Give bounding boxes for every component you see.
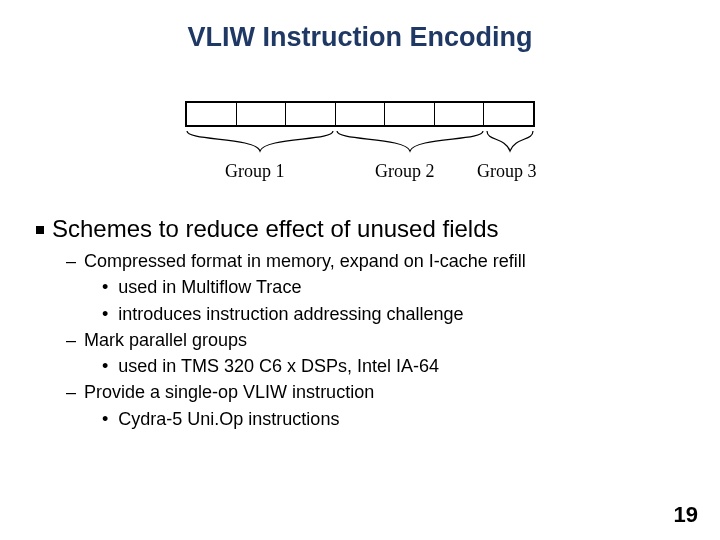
slide-title: VLIW Instruction Encoding	[0, 22, 720, 53]
group-label-3: Group 3	[477, 161, 537, 182]
schemes-header: Schemes to reduce effect of unused field…	[36, 215, 684, 243]
brace-row	[185, 129, 535, 157]
scheme-item: – Mark parallel groups	[66, 328, 684, 352]
scheme-bullet: • Cydra-5 Uni.Op instructions	[102, 407, 684, 431]
instruction-cell	[336, 103, 386, 125]
dot-bullet-icon: •	[102, 275, 108, 299]
encoding-diagram: Group 1 Group 2 Group 3	[185, 101, 535, 185]
scheme-bullet: • used in TMS 320 C6 x DSPs, Intel IA-64	[102, 354, 684, 378]
schemes-list: – Compressed format in memory, expand on…	[66, 249, 684, 431]
group-label-1: Group 1	[225, 161, 285, 182]
scheme-item-text: Provide a single-op VLIW instruction	[84, 380, 374, 404]
dot-bullet-icon: •	[102, 407, 108, 431]
scheme-bullet-text: used in Multiflow Trace	[118, 275, 301, 299]
dash-bullet-icon: –	[66, 249, 76, 273]
instruction-box-row	[185, 101, 535, 127]
schemes-header-text: Schemes to reduce effect of unused field…	[52, 215, 499, 243]
dash-bullet-icon: –	[66, 380, 76, 404]
scheme-bullet-text: used in TMS 320 C6 x DSPs, Intel IA-64	[118, 354, 439, 378]
square-bullet-icon	[36, 226, 44, 234]
instruction-cell	[435, 103, 485, 125]
scheme-bullet: • introduces instruction addressing chal…	[102, 302, 684, 326]
scheme-item: – Provide a single-op VLIW instruction	[66, 380, 684, 404]
scheme-bullet: • used in Multiflow Trace	[102, 275, 684, 299]
content-area: Schemes to reduce effect of unused field…	[36, 215, 684, 431]
group-label-2: Group 2	[375, 161, 435, 182]
brace-group-3	[485, 129, 535, 153]
group-labels-row: Group 1 Group 2 Group 3	[185, 161, 535, 185]
brace-group-2	[335, 129, 485, 153]
instruction-cell	[237, 103, 287, 125]
dot-bullet-icon: •	[102, 302, 108, 326]
instruction-cell	[286, 103, 336, 125]
instruction-cell	[187, 103, 237, 125]
scheme-bullet-text: Cydra-5 Uni.Op instructions	[118, 407, 339, 431]
dot-bullet-icon: •	[102, 354, 108, 378]
dash-bullet-icon: –	[66, 328, 76, 352]
scheme-item-text: Compressed format in memory, expand on I…	[84, 249, 526, 273]
scheme-bullet-text: introduces instruction addressing challe…	[118, 302, 463, 326]
scheme-item: – Compressed format in memory, expand on…	[66, 249, 684, 273]
instruction-cell	[484, 103, 533, 125]
brace-group-1	[185, 129, 335, 153]
instruction-cell	[385, 103, 435, 125]
scheme-item-text: Mark parallel groups	[84, 328, 247, 352]
page-number: 19	[674, 502, 698, 528]
